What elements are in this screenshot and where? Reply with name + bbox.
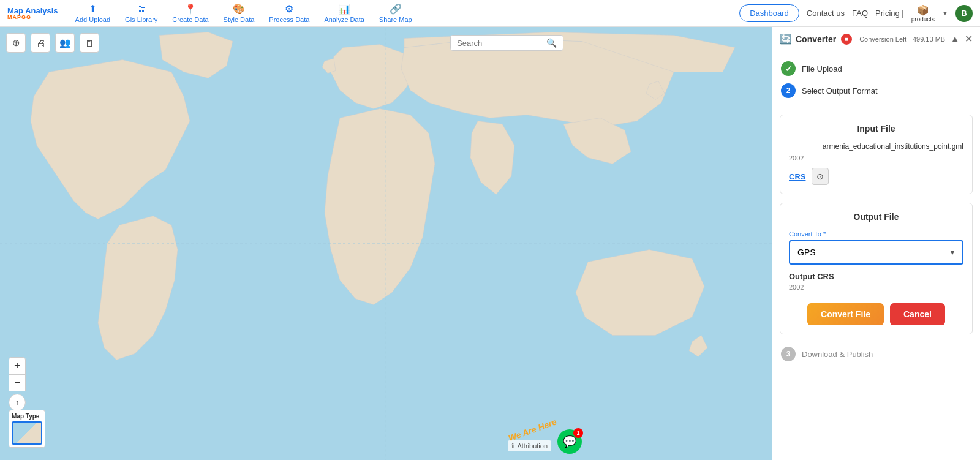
products-link[interactable]: 📦 products — [911, 4, 935, 23]
compass-button[interactable]: ↑ — [9, 394, 26, 411]
search-icon: 🔍 — [546, 38, 557, 48]
dashboard-button[interactable]: Dashboard — [739, 4, 799, 22]
note-tool-button[interactable]: 🗒 — [80, 33, 99, 53]
nav-avatar[interactable]: B — [956, 5, 973, 22]
process-data-icon: ⚙ — [285, 3, 293, 15]
gis-library-label: Gis Library — [125, 16, 157, 23]
panel-steps: ✓ File Upload 2 Select Output Format — [772, 51, 980, 108]
output-file-section: Output File Convert To * GPSGeoJSONKMLSh… — [780, 203, 973, 334]
gis-library-icon: 🗂 — [137, 4, 146, 15]
panel-body: Input File armenia_educational_instituti… — [772, 108, 980, 460]
info-icon: ℹ — [511, 442, 514, 450]
search-input[interactable] — [457, 39, 543, 48]
step-3-label: Download & Publish — [802, 350, 873, 359]
step-3: 3 Download & Publish — [772, 341, 980, 368]
nav-item-add-upload[interactable]: ⬆Add Upload — [69, 1, 117, 26]
crs-detect-button[interactable]: ⊙ — [812, 168, 829, 185]
input-section-title: Input File — [789, 124, 963, 134]
users-tool-button[interactable]: 👥 — [55, 33, 75, 53]
panel-title: 🔄 Converter — [780, 33, 836, 45]
convert-to-select[interactable]: GPSGeoJSONKMLShapefileCSVGMLTopoJSONWKT — [790, 241, 962, 263]
step-1: ✓ File Upload — [772, 58, 980, 80]
chat-icon: 💬 — [563, 435, 576, 448]
converter-panel: 🔄 Converter ■ Conversion Left - 499.13 M… — [772, 27, 980, 460]
map-svg — [0, 27, 772, 460]
main-area: ⊕ 🖨 👥 🗒 🔍 + − ↑ Map Type We Are Here — [0, 27, 980, 460]
style-data-label: Style Data — [224, 16, 255, 23]
output-crs-label: Output CRS — [789, 272, 963, 281]
nav-item-gis-library[interactable]: 🗂Gis Library — [119, 1, 164, 26]
style-data-icon: 🎨 — [233, 3, 245, 15]
convert-to-select-wrapper: GPSGeoJSONKMLShapefileCSVGMLTopoJSONWKT … — [789, 240, 963, 265]
output-crs-value: 2002 — [789, 284, 963, 291]
cancel-button[interactable]: Cancel — [890, 303, 945, 325]
map-type-box: Map Type — [9, 410, 45, 448]
stop-button[interactable]: ■ — [841, 34, 852, 45]
attribution-label: Attribution — [517, 442, 548, 450]
step-2-label: Select Output Format — [802, 86, 878, 96]
nav-items: ⬆Add Upload🗂Gis Library📍Create Data🎨Styl… — [69, 1, 740, 26]
create-data-label: Create Data — [172, 16, 208, 23]
crs-link[interactable]: CRS — [789, 172, 805, 181]
file-name: armenia_educational_institutions_point.g… — [789, 142, 963, 151]
map-type-thumbnail[interactable] — [12, 421, 42, 445]
converter-icon: 🔄 — [780, 33, 792, 45]
nav-item-create-data[interactable]: 📍Create Data — [166, 1, 214, 26]
chat-bubble-button[interactable]: 💬 1 — [557, 429, 582, 454]
map-container: ⊕ 🖨 👥 🗒 🔍 + − ↑ Map Type We Are Here — [0, 27, 772, 460]
share-map-icon: 🔗 — [390, 3, 402, 15]
output-section-title: Output File — [789, 212, 963, 222]
action-buttons: Convert File Cancel — [789, 303, 963, 325]
nav-dropdown-arrow[interactable]: ▼ — [942, 10, 948, 17]
nav-item-style-data[interactable]: 🎨Style Data — [217, 1, 261, 26]
collapse-button[interactable]: ▲ — [950, 33, 960, 45]
add-upload-label: Add Upload — [75, 16, 111, 23]
map-toolbar: ⊕ 🖨 👥 🗒 🔍 — [6, 33, 564, 53]
step-3-circle: 3 — [781, 347, 796, 361]
map-search-box: 🔍 — [450, 35, 564, 51]
step-2[interactable]: 2 Select Output Format — [772, 80, 980, 102]
print-tool-button[interactable]: 🖨 — [31, 33, 50, 53]
add-upload-icon: ⬆ — [89, 3, 97, 15]
map-controls: + − ↑ — [9, 357, 26, 411]
nav-brand: Map Analysis MAPGG — [7, 7, 58, 20]
share-map-label: Share Map — [379, 16, 412, 23]
input-file-section: Input File armenia_educational_instituti… — [780, 115, 973, 194]
attribution: ℹ Attribution — [508, 440, 551, 451]
file-year: 2002 — [789, 154, 963, 162]
faq-link[interactable]: FAQ — [852, 9, 868, 18]
target-tool-button[interactable]: ⊕ — [6, 33, 26, 53]
zoom-in-button[interactable]: + — [9, 357, 26, 374]
step-1-check: ✓ — [785, 64, 792, 74]
contact-link[interactable]: Contact us — [807, 9, 845, 18]
panel-header: 🔄 Converter ■ Conversion Left - 499.13 M… — [772, 27, 980, 51]
step-1-label: File Upload — [802, 64, 842, 74]
process-data-label: Process Data — [269, 16, 309, 23]
nav-item-analyze-data[interactable]: 📊Analyze Data — [318, 1, 370, 26]
map-type-label: Map Type — [12, 413, 42, 420]
nav-item-share-map[interactable]: 🔗Share Map — [373, 1, 418, 26]
we-are-here-badge: We Are Here — [507, 424, 557, 435]
nav-item-process-data[interactable]: ⚙Process Data — [263, 1, 315, 26]
panel-header-actions: ▲ ✕ — [950, 33, 973, 45]
convert-file-button[interactable]: Convert File — [807, 303, 884, 325]
zoom-out-button[interactable]: − — [9, 374, 26, 391]
analyze-data-label: Analyze Data — [324, 16, 364, 23]
step-2-circle: 2 — [781, 83, 796, 98]
nav-right: Dashboard Contact us FAQ Pricing | 📦 pro… — [739, 4, 973, 23]
pricing-link[interactable]: Pricing | — [875, 9, 904, 18]
brand-sub: MAPGG — [7, 15, 31, 20]
crs-row: CRS ⊙ — [789, 168, 963, 185]
convert-to-label: Convert To * — [789, 230, 963, 238]
step-1-circle: ✓ — [781, 61, 796, 76]
top-nav: Map Analysis MAPGG ⬆Add Upload🗂Gis Libra… — [0, 0, 980, 27]
analyze-data-icon: 📊 — [338, 3, 350, 15]
close-button[interactable]: ✕ — [965, 33, 973, 45]
conversion-info: Conversion Left - 499.13 MB — [859, 36, 945, 43]
chat-badge: 1 — [573, 428, 583, 438]
create-data-icon: 📍 — [184, 3, 197, 15]
